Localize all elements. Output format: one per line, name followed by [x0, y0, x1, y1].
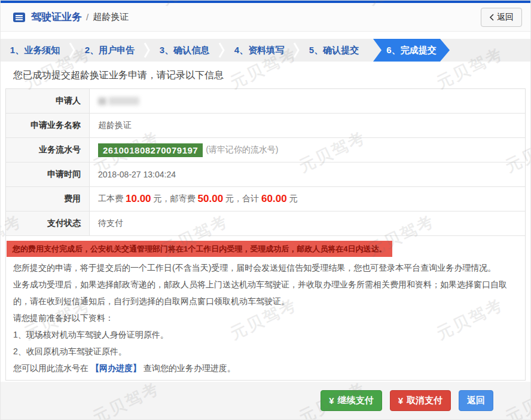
cancel-payment-button[interactable]: ¥ 取消支付 [390, 390, 451, 411]
table-row-applicant: 申请人 [6, 89, 525, 114]
continue-payment-label: 继续支付 [338, 395, 374, 406]
step-separator-icon [69, 39, 75, 62]
breadcrumb-current: 超龄换证 [93, 11, 129, 23]
header-back-button[interactable]: 返回 [481, 8, 522, 27]
breadcrumb-separator: / [86, 12, 89, 22]
step-separator-icon [219, 39, 225, 62]
step-3-confirm-info: 3、确认信息 [150, 39, 219, 62]
instruction-paragraph: 请您提前准备好以下资料： [13, 309, 518, 326]
footer-back-label: 返回 [467, 395, 485, 406]
fee-item1-label: 工本费 [98, 194, 123, 204]
yen-icon: ¥ [329, 396, 334, 406]
step-4-fill-material: 4、资料填写 [225, 39, 294, 62]
apply-time-value: 2018-08-27 13:04:24 [90, 163, 525, 186]
apply-time-label: 申请时间 [6, 163, 90, 186]
business-list-icon [13, 12, 26, 23]
applicant-value [90, 89, 525, 113]
material-list-item: 1、现场核对机动车驾驶人身份证明原件。 [13, 326, 518, 343]
material-list-item: 2、收回原机动车驾驶证原件。 [13, 343, 518, 360]
pay-status-label: 支付状态 [6, 211, 90, 235]
serial-number-badge: 261001808270079197 [98, 143, 203, 157]
online-progress-link[interactable]: 【网办进度】 [91, 363, 141, 373]
step-1-business-notice: 1、业务须知 [1, 39, 69, 62]
serial-label: 业务流水号 [6, 138, 90, 162]
fee-total-unit: 元 [289, 194, 298, 204]
instructions-block: 您所提交的申请，将于提交后的一个工作日(不含当天)受理，届时会发送短信告知受理结… [6, 257, 525, 380]
cancel-payment-label: 取消支付 [407, 395, 443, 406]
footer-action-bar: ¥ 继续支付 ¥ 取消支付 返回 [1, 382, 530, 419]
step-5-confirm-submit: 5、确认提交 [300, 39, 368, 62]
fee-value-cell: 工本费 10.00 元， 邮寄费 50.00 元， 合计 60.00 元 [90, 187, 525, 211]
business-name-value: 超龄换证 [90, 114, 525, 137]
yen-icon: ¥ [398, 396, 403, 406]
fee-item2-amount: 50.00 [198, 193, 224, 205]
table-row-fee: 费用 工本费 10.00 元， 邮寄费 50.00 元， 合计 60.00 元 [6, 187, 525, 211]
table-row-pay-status: 支付状态 待支付 [6, 211, 525, 236]
page: { "header": { "title": "驾驶证业务", "separat… [0, 0, 531, 420]
table-row-business-name: 申请业务名称 超龄换证 [6, 114, 525, 138]
table-row-apply-time: 申请时间 2018-08-27 13:04:24 [6, 163, 525, 187]
step-separator-icon [294, 39, 300, 62]
result-panel: 申请人 申请业务名称 超龄换证 业务流水号 261001808270079197… [5, 88, 526, 381]
step-progress-bar: 1、业务须知 2、用户申告 3、确认信息 4、资料填写 5、确认提交 6、完成提… [1, 39, 530, 62]
serial-note: (请牢记你的流水号) [206, 145, 278, 155]
step-2-user-declaration: 2、用户申告 [75, 39, 144, 62]
header-back-label: 返回 [497, 12, 514, 23]
fee-total-amount: 60.00 [261, 193, 287, 205]
fee-label: 费用 [6, 187, 90, 211]
page-title: 驾驶证业务 [31, 10, 82, 24]
business-name-label: 申请业务名称 [6, 114, 90, 137]
fee-item1-unit: 元， [154, 194, 170, 204]
continue-payment-button[interactable]: ¥ 继续支付 [321, 390, 382, 411]
fee-item1-amount: 10.00 [126, 193, 151, 205]
applicant-name-redacted [98, 97, 139, 105]
footer-back-button[interactable]: 返回 [459, 390, 493, 411]
page-header: 驾驶证业务 / 超龄换证 返回 [1, 3, 530, 32]
progress-note: 您可以用此流水号在 【网办进度】 查询您的业务办理进度。 [13, 360, 518, 376]
pay-status-value: 待支付 [90, 211, 525, 235]
payment-warning-banner: 您的费用支付完成后，公安机关交通管理部门将在1个工作日内受理，受理成功后，邮政人… [7, 241, 392, 257]
table-row-serial: 业务流水号 261001808270079197 (请牢记你的流水号) [6, 138, 525, 163]
fee-total-label: 合计 [242, 194, 259, 204]
progress-note-prefix: 您可以用此流水号在 [13, 363, 89, 373]
instruction-paragraph: 您所提交的申请，将于提交后的一个工作日(不含当天)受理，届时会发送短信告知受理结… [13, 259, 518, 276]
progress-note-suffix: 查询您的业务办理进度。 [144, 363, 236, 373]
fee-item2-unit: 元， [225, 194, 242, 204]
instruction-paragraph: 业务成功受理后，如果选择邮政寄递的，邮政人员将上门送达机动车驾驶证，并收取办理业… [13, 276, 518, 309]
serial-value-cell: 261001808270079197 (请牢记你的流水号) [90, 138, 525, 162]
success-message: 您已成功提交超龄换证业务申请，请记录以下信息 [13, 69, 530, 82]
applicant-label: 申请人 [6, 89, 90, 113]
step-6-complete-submit-active: 6、完成提交 [373, 39, 450, 62]
chevron-left-icon [489, 14, 494, 21]
fee-item2-label: 邮寄费 [170, 194, 196, 204]
step-separator-icon [144, 39, 150, 62]
